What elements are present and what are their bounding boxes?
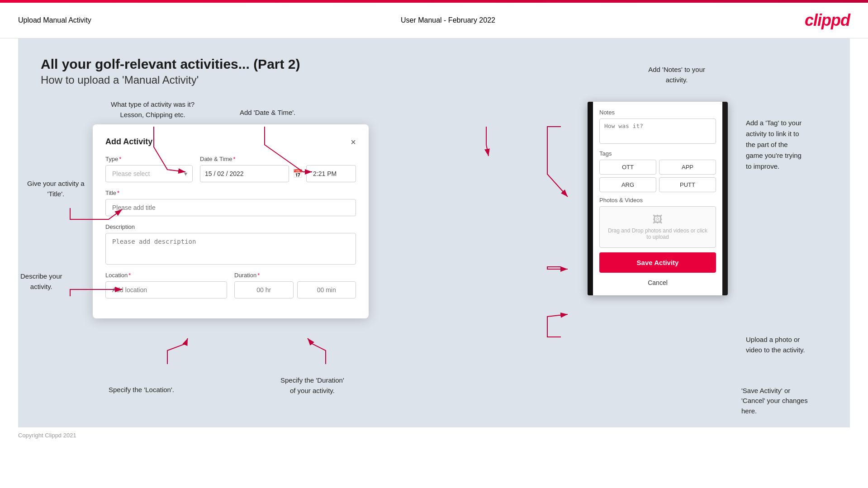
annotation-save: 'Save Activity' or 'Cancel' your changes… — [741, 386, 845, 417]
description-input[interactable] — [105, 233, 356, 265]
annotation-desc: Describe your activity. — [20, 271, 62, 292]
photos-label: Photos & Videos — [599, 197, 716, 204]
copyright: Copyright Clippd 2021 — [18, 432, 76, 439]
annotation-duration: Specify the 'Duration' of your activity. — [280, 375, 344, 396]
section-subtitle: How to upload a 'Manual Activity' — [41, 74, 827, 86]
modal-close-button[interactable]: × — [351, 137, 356, 147]
annotation-location: Specify the 'Location'. — [109, 386, 174, 393]
photos-upload-text: Drag and Drop photos and videos or click… — [607, 227, 708, 240]
title-field-group: Title* — [105, 190, 356, 216]
annotation-photo: Upload a photo or video to the activity. — [746, 335, 845, 355]
page-title: Upload Manual Activity — [18, 16, 91, 24]
tag-ott[interactable]: OTT — [599, 160, 656, 175]
annotation-tag: Add a 'Tag' to your activity to link it … — [746, 118, 845, 172]
section-title: All your golf-relevant activities... (Pa… — [41, 57, 827, 72]
location-input[interactable] — [105, 281, 227, 298]
notes-label: Notes — [599, 109, 716, 116]
time-input[interactable] — [306, 165, 356, 182]
annotation-title: Give your activity a 'Title'. — [27, 179, 85, 199]
date-input[interactable] — [200, 165, 289, 182]
manual-title: User Manual - February 2022 — [401, 16, 495, 24]
photos-upload-area[interactable]: 🖼 Drag and Drop photos and videos or cli… — [599, 206, 716, 248]
datetime-field-group: Date & Time* 📅 — [200, 156, 356, 182]
modal-title: Add Activity — [105, 137, 152, 147]
tag-arg[interactable]: ARG — [599, 177, 656, 192]
photo-icon: 🖼 — [607, 214, 708, 226]
type-field-group: Type* Please select — [105, 156, 193, 182]
duration-min-input[interactable] — [297, 281, 356, 298]
type-select[interactable]: Please select — [105, 165, 193, 182]
logo: clippd — [805, 11, 850, 30]
phone-panel: Notes Tags OTT APP ARG PUTT Photos & Vid… — [588, 102, 728, 295]
title-input[interactable] — [105, 199, 356, 216]
description-label: Description — [105, 223, 356, 230]
tags-label: Tags — [599, 150, 716, 157]
title-label: Title* — [105, 190, 356, 196]
location-label: Location* — [105, 272, 227, 279]
description-field-group: Description — [105, 223, 356, 265]
save-activity-button[interactable]: Save Activity — [599, 252, 716, 273]
annotation-datetime: Add 'Date & Time'. — [240, 109, 295, 116]
annotation-type: What type of activity was it? Lesson, Ch… — [111, 99, 194, 120]
tag-app[interactable]: APP — [659, 160, 716, 175]
cancel-link[interactable]: Cancel — [599, 277, 716, 288]
location-field-group: Location* — [105, 272, 227, 298]
duration-field-group: Duration* — [234, 272, 356, 298]
notes-input[interactable] — [599, 118, 716, 144]
calendar-icon: 📅 — [293, 169, 303, 179]
type-label: Type* — [105, 156, 193, 162]
tag-putt[interactable]: PUTT — [659, 177, 716, 192]
tags-grid: OTT APP ARG PUTT — [599, 160, 716, 192]
duration-label: Duration* — [234, 272, 356, 279]
datetime-label: Date & Time* — [200, 156, 356, 162]
duration-hr-input[interactable] — [234, 281, 294, 298]
add-activity-modal: Add Activity × Type* Please select Date … — [93, 124, 369, 318]
annotation-notes: Add 'Notes' to your activity. — [648, 65, 705, 85]
